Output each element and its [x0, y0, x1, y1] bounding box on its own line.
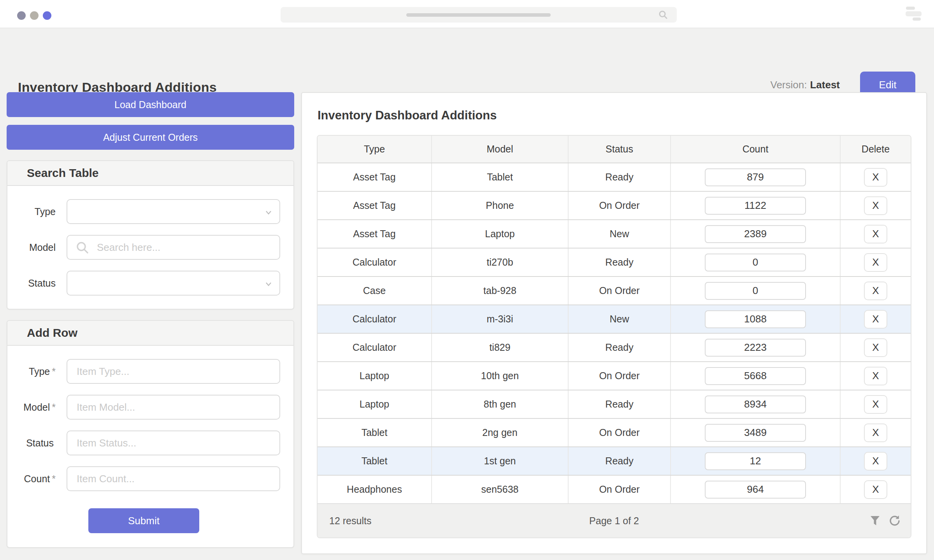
delete-button[interactable]: X	[864, 310, 887, 329]
delete-button[interactable]: X	[864, 367, 887, 385]
required-marker: *	[52, 402, 56, 413]
cell-status: New	[569, 220, 671, 248]
cell-model: 8th gen	[432, 390, 569, 418]
delete-button[interactable]: X	[864, 225, 887, 243]
count-input[interactable]	[705, 481, 806, 499]
cell-model: ti829	[432, 334, 569, 361]
model-search-input[interactable]	[67, 235, 280, 260]
cell-count	[671, 163, 841, 191]
cell-count	[671, 362, 841, 390]
cell-status: New	[569, 305, 671, 333]
count-input[interactable]	[705, 396, 806, 413]
delete-button[interactable]: X	[864, 196, 887, 215]
column-header-model: Model	[432, 136, 569, 163]
add-row-title: Add Row	[7, 321, 293, 346]
cell-model: sen5638	[432, 476, 569, 503]
add-status-label: Status	[7, 438, 67, 449]
cell-delete: X	[841, 192, 911, 219]
cell-type: Calculator	[318, 248, 432, 276]
count-input[interactable]	[705, 424, 806, 442]
cell-count	[671, 220, 841, 248]
search-icon	[658, 10, 668, 21]
cell-delete: X	[841, 390, 911, 418]
search-type-select[interactable]	[67, 199, 280, 224]
cell-model: tab-928	[432, 277, 569, 304]
column-header-type: Type	[318, 136, 432, 163]
add-type-label: Type*	[7, 366, 67, 377]
delete-button[interactable]: X	[864, 282, 887, 300]
inventory-table-card: Inventory Dashboard Additions Type Model…	[301, 92, 927, 554]
count-input[interactable]	[705, 339, 806, 357]
add-status-input[interactable]	[67, 430, 280, 455]
count-input[interactable]	[705, 225, 806, 243]
cell-delete: X	[841, 334, 911, 361]
table-row: Asset Tag Tablet Ready X	[318, 163, 911, 191]
adjust-current-orders-button[interactable]: Adjust Current Orders	[7, 125, 294, 150]
cell-type: Asset Tag	[318, 192, 432, 219]
search-model-label: Model	[7, 242, 67, 253]
delete-button[interactable]: X	[864, 168, 887, 187]
cell-model: 10th gen	[432, 362, 569, 390]
address-placeholder-bar	[406, 13, 551, 17]
window-dot-2[interactable]	[30, 11, 39, 20]
cell-model: ti270b	[432, 248, 569, 276]
cell-status: On Order	[569, 419, 671, 446]
table-row: Case tab-928 On Order X	[318, 276, 911, 304]
submit-button[interactable]: Submit	[88, 508, 199, 533]
table-row: Tablet 1st gen Ready X	[318, 446, 911, 475]
menu-icon[interactable]	[906, 7, 922, 21]
table-row: Calculator ti270b Ready X	[318, 248, 911, 276]
count-input[interactable]	[705, 310, 806, 328]
cell-type: Laptop	[318, 390, 432, 418]
cell-model: Laptop	[432, 220, 569, 248]
cell-delete: X	[841, 305, 911, 333]
search-table-title: Search Table	[7, 161, 293, 186]
cell-status: On Order	[569, 476, 671, 503]
table-body: Asset Tag Tablet Ready X Asset Tag Phone…	[318, 163, 911, 503]
delete-button[interactable]: X	[864, 338, 887, 357]
delete-button[interactable]: X	[864, 480, 887, 499]
delete-button[interactable]: X	[864, 424, 887, 442]
cell-status: On Order	[569, 192, 671, 219]
search-status-select[interactable]	[67, 271, 280, 296]
delete-button[interactable]: X	[864, 395, 887, 414]
count-input[interactable]	[705, 282, 806, 300]
column-header-delete: Delete	[841, 136, 911, 163]
cell-status: Ready	[569, 248, 671, 276]
chevron-down-icon	[265, 209, 272, 216]
delete-button[interactable]: X	[864, 253, 887, 272]
cell-count	[671, 419, 841, 446]
delete-button[interactable]: X	[864, 452, 887, 471]
count-input[interactable]	[705, 168, 806, 186]
window-dot-3[interactable]	[43, 11, 51, 20]
count-input[interactable]	[705, 254, 806, 271]
cell-count	[671, 277, 841, 304]
cell-count	[671, 192, 841, 219]
count-input[interactable]	[705, 367, 806, 385]
add-model-input[interactable]	[67, 395, 280, 420]
search-type-label: Type	[7, 206, 67, 217]
add-row-card: Add Row Type* Model* Status Count*	[7, 320, 294, 548]
count-input[interactable]	[705, 197, 806, 215]
browser-search-bar[interactable]	[281, 7, 677, 23]
load-dashboard-button[interactable]: Load Dashboard	[7, 92, 294, 117]
count-input[interactable]	[705, 452, 806, 470]
cell-count	[671, 476, 841, 503]
cell-delete: X	[841, 220, 911, 248]
filter-button[interactable]	[870, 515, 880, 526]
add-type-input[interactable]	[67, 359, 280, 384]
cell-delete: X	[841, 476, 911, 503]
version-value: Latest	[810, 79, 840, 91]
required-marker: *	[52, 366, 56, 377]
cell-type: Calculator	[318, 334, 432, 361]
add-count-input[interactable]	[67, 466, 280, 491]
refresh-button[interactable]	[889, 515, 901, 527]
table-row: Calculator m-3i3i New X	[318, 304, 911, 333]
sidebar: Load Dashboard Adjust Current Orders Sea…	[7, 92, 294, 548]
cell-type: Laptop	[318, 362, 432, 390]
table-footer: 12 results Page 1 of 2	[318, 503, 911, 537]
window-titlebar	[0, 0, 934, 28]
cell-type: Tablet	[318, 419, 432, 446]
page-indicator: Page 1 of 2	[318, 515, 911, 527]
window-dot-1[interactable]	[17, 11, 26, 20]
